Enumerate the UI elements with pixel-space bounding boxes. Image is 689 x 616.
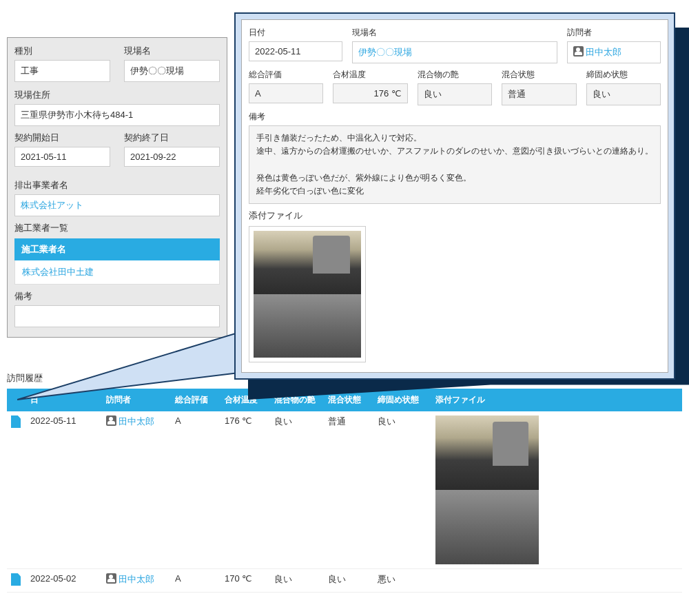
person-icon — [106, 573, 116, 584]
popup-date-value[interactable]: 2022-05-11 — [249, 41, 342, 61]
cell-mix: 普通 — [324, 411, 373, 569]
attachment-thumbnail[interactable] — [435, 415, 539, 490]
popup-visitor-value: 田中太郎 — [586, 47, 621, 57]
popup-date-label: 日付 — [249, 27, 342, 39]
popup-field-compaction: 締固め状態 良い — [586, 69, 661, 105]
table-row[interactable]: 2022-05-11田中太郎A176 ℃良い普通良い — [7, 411, 682, 569]
document-icon[interactable] — [11, 573, 21, 586]
popup-mix-value: 普通 — [502, 83, 576, 105]
site-address-value: 三重県伊勢市小木待ち484-1 — [14, 104, 220, 126]
popup-visitor-link[interactable]: 田中太郎 — [567, 41, 661, 63]
popup-compaction-value: 良い — [586, 83, 661, 105]
remarks-label: 備考 — [14, 290, 220, 302]
popup-field-material-temp: 合材温度 176 ℃ — [333, 69, 407, 105]
popup-field-site-name: 現場名 伊勢〇〇現場 — [352, 27, 558, 63]
popup-material-temp-label: 合材温度 — [333, 69, 407, 81]
th-overall: 総合評価 — [171, 389, 220, 411]
cell-compaction: 良い — [373, 411, 431, 569]
visitor-link: 田中太郎 — [119, 416, 154, 427]
table-row[interactable]: 2022-05-02田中太郎A170 ℃良い良い悪い — [7, 569, 682, 593]
popup-material-temp-value: 176 ℃ — [333, 83, 407, 103]
visit-history-table: 日 訪問者 総合評価 合材温度 混合物の艶 混合状態 締固め状態 添付ファイル … — [7, 389, 682, 593]
popup-compaction-label: 締固め状態 — [586, 69, 661, 81]
field-site-address: 現場住所 三重県伊勢市小木待ち484-1 — [14, 89, 220, 126]
document-icon[interactable] — [11, 415, 21, 428]
popup-field-gloss: 混合物の艶 良い — [418, 69, 492, 105]
field-type: 種別 工事 — [14, 45, 110, 82]
cell-attachments — [431, 411, 682, 569]
popup-overall-label: 総合評価 — [249, 69, 323, 81]
popup-field-overall: 総合評価 A — [249, 69, 323, 105]
type-label: 種別 — [14, 45, 110, 57]
field-emitter: 排出事業者名 株式会社アット — [14, 179, 220, 216]
emitter-label: 排出事業者名 — [14, 179, 220, 192]
contract-end-label: 契約終了日 — [124, 132, 220, 144]
attachment-thumbnail[interactable] — [435, 490, 539, 564]
contract-start-label: 契約開始日 — [14, 132, 110, 144]
th-visitor: 訪問者 — [102, 389, 171, 411]
visit-history-section: 訪問履歴 日 訪問者 総合評価 合材温度 混合物の艶 混合状態 締固め状態 添付… — [7, 372, 682, 593]
visitor-link: 田中太郎 — [119, 574, 154, 584]
popup-overall-value: A — [249, 83, 323, 103]
popup-attach-area — [249, 226, 366, 362]
site-detail-panel: 種別 工事 現場名 伊勢〇〇現場 現場住所 三重県伊勢市小木待ち484-1 契約… — [7, 37, 227, 338]
attachment-thumbnail[interactable] — [254, 294, 361, 358]
contractor-table-header: 施工業者名 — [14, 238, 220, 260]
cell-material_temp: 170 ℃ — [220, 569, 270, 593]
field-remarks: 備考 — [14, 290, 220, 327]
site-name-label: 現場名 — [124, 45, 220, 57]
remarks-value — [14, 305, 220, 327]
type-value: 工事 — [14, 60, 110, 82]
popup-site-name-link[interactable]: 伊勢〇〇現場 — [352, 41, 558, 63]
cell-visitor[interactable]: 田中太郎 — [102, 411, 171, 569]
cell-gloss: 良い — [270, 569, 324, 593]
popup-gloss-value: 良い — [418, 83, 492, 105]
popup-mix-label: 混合状態 — [502, 69, 576, 81]
cell-date: 2022-05-11 — [26, 411, 102, 569]
contract-end-value: 2021-09-22 — [124, 147, 220, 167]
cell-gloss: 良い — [270, 411, 324, 569]
person-icon — [106, 415, 116, 426]
cell-overall: A — [171, 411, 220, 569]
contract-start-value: 2021-05-11 — [14, 147, 110, 167]
th-date: 日 — [26, 389, 102, 411]
cell-overall: A — [171, 569, 220, 593]
cell-compaction: 悪い — [373, 569, 431, 593]
field-contract-start: 契約開始日 2021-05-11 — [14, 132, 110, 167]
popup-remarks-label: 備考 — [249, 111, 661, 123]
field-site-name: 現場名 伊勢〇〇現場 — [124, 45, 220, 82]
cell-visitor[interactable]: 田中太郎 — [102, 569, 171, 593]
cell-mix: 良い — [324, 569, 373, 593]
attachment-thumbnail[interactable] — [254, 231, 361, 294]
popup-gloss-label: 混合物の艶 — [418, 69, 492, 81]
popup-visitor-label: 訪問者 — [567, 27, 661, 39]
emitter-value-link[interactable]: 株式会社アット — [14, 194, 220, 216]
site-address-label: 現場住所 — [14, 89, 220, 101]
popup-field-mix: 混合状態 普通 — [502, 69, 576, 105]
contractor-row-link[interactable]: 株式会社田中土建 — [14, 260, 220, 285]
popup-field-date: 日付 2022-05-11 — [249, 27, 342, 63]
visit-detail-popup: 日付 2022-05-11 現場名 伊勢〇〇現場 訪問者 田中太郎 総合評価 A… — [234, 12, 675, 380]
th-compaction: 締固め状態 — [373, 389, 431, 411]
popup-attach-label: 添付ファイル — [249, 210, 302, 220]
popup-field-remarks: 備考 手引き舗装だったため、中温化入りで対応。 途中、遠方からの合材運搬のせいか… — [249, 111, 661, 204]
popup-field-visitor: 訪問者 田中太郎 — [567, 27, 661, 63]
contractors-label: 施工業者一覧 — [14, 223, 68, 233]
popup-site-name-label: 現場名 — [352, 27, 558, 39]
cell-date: 2022-05-02 — [26, 569, 102, 593]
cell-material_temp: 176 ℃ — [220, 411, 270, 569]
field-contract-end: 契約終了日 2021-09-22 — [124, 132, 220, 167]
person-icon — [573, 46, 584, 57]
popup-remarks-body: 手引き舗装だったため、中温化入りで対応。 途中、遠方からの合材運搬のせいか、アス… — [249, 125, 661, 204]
site-name-value: 伊勢〇〇現場 — [124, 60, 220, 82]
cell-attachments — [431, 569, 682, 593]
th-attach: 添付ファイル — [431, 389, 682, 411]
